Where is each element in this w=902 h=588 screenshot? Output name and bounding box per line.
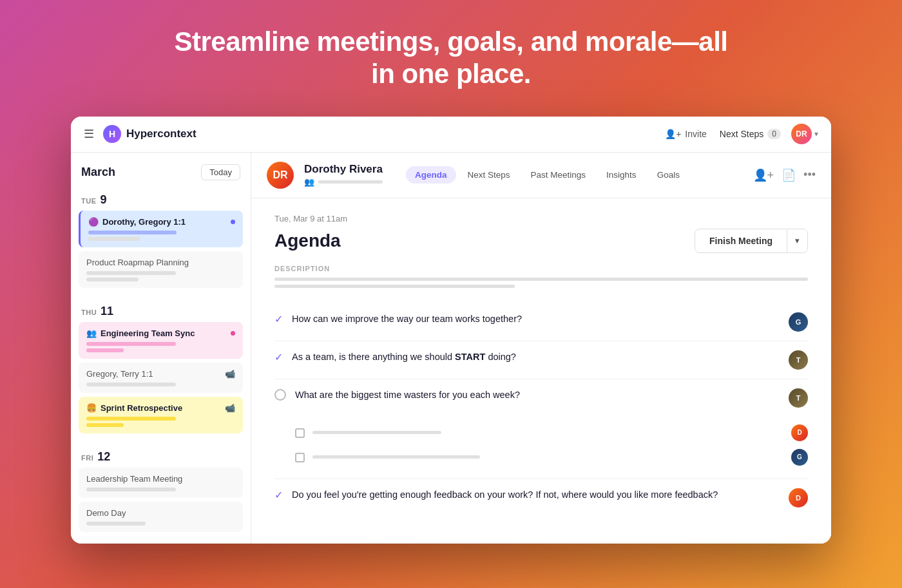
meeting-card-title: Gregory, Terry 1:1 📹 [86,369,235,379]
hamburger-icon[interactable]: ☰ [84,127,94,141]
meeting-card-dorothy-gregory[interactable]: 🟣 Dorothy, Gregory 1:1 [79,211,243,247]
agenda-item-avatar: D [789,488,808,507]
sidebar-month-header: March Today [71,153,251,188]
add-person-tab-icon[interactable]: 👤+ [753,168,774,182]
top-nav: ☰ H Hypercontext 👤+ Invite Next Steps 0 … [71,117,831,153]
meeting-card-product-roadmap[interactable]: Product Roapmap Planning [79,251,243,288]
tab-agenda[interactable]: Agenda [406,166,456,184]
meeting-card-sub [86,271,176,275]
nav-logo: H Hypercontext [103,125,197,143]
hero-title: Streamline meetings, goals, and morale—a… [161,26,741,91]
sidebar-month: March [81,166,115,179]
meeting-active-dot [231,220,235,224]
finish-meeting-btn-group: Finish Meeting ▾ [695,229,808,253]
checkbox-icon[interactable] [295,453,305,462]
nav-chevron-icon[interactable]: ▾ [814,129,818,138]
today-button[interactable]: Today [201,164,240,180]
agenda-item-text: How can we improve the way our team work… [292,312,780,325]
meeting-card-sub [86,342,176,346]
meeting-card-sub2 [86,348,124,352]
meeting-card-title: 👥 Engineering Team Sync [86,328,235,338]
meeting-emoji: 👥 [86,328,97,338]
meeting-name: Leadership Team Meeting [86,474,182,484]
tab-goals[interactable]: Goals [648,166,689,184]
description-label: DESCRIPTION [274,265,808,272]
meeting-name: Demo Day [86,508,126,518]
day-label-fri: FRI [81,454,93,462]
meeting-header: DR Dorothy Rivera 👥 Agenda Next Steps Pa… [251,153,831,198]
meeting-card-sub [88,231,177,234]
meeting-name: Engineering Team Sync [101,328,195,338]
sub-bar [312,455,480,459]
meeting-card-sub2 [86,423,124,427]
meeting-card-sub2 [86,278,139,281]
meeting-emoji: 🟣 [88,217,99,227]
video-icon: 📹 [225,369,235,379]
finish-meeting-button[interactable]: Finish Meeting [695,230,787,252]
meeting-person-name: Dorothy Rivera [304,163,383,176]
day-header-thu: THU 11 [79,299,243,322]
meeting-card-title: Demo Day [86,508,235,518]
more-options-icon[interactable]: ••• [803,168,816,182]
sub-item-2: G [295,445,808,469]
meeting-name: Product Roapmap Planning [86,258,189,267]
agenda-item-1[interactable]: ✓ How can we improve the way our team wo… [274,303,808,341]
agenda-title-row: Agenda Finish Meeting ▾ [274,229,808,253]
sub-item-avatar: G [791,449,808,466]
description-bars [274,278,808,288]
meeting-card-title: 🍔 Sprint Retrospective 📹 [86,403,235,413]
meeting-card-sub [86,383,176,386]
next-steps-badge: 0 [767,129,781,139]
tab-next-steps[interactable]: Next Steps [459,166,519,184]
agenda-item-text: What are the biggest time wasters for yo… [295,388,780,401]
finish-meeting-chevron[interactable]: ▾ [787,230,807,251]
meeting-card-engineering-team[interactable]: 👥 Engineering Team Sync [79,322,243,359]
day-label-thu: THU [81,308,97,316]
document-icon[interactable]: 📄 [782,168,796,182]
main-layout: March Today TUE 9 🟣 Dorothy, Gregory 1:1 [71,153,831,544]
tab-actions: 👤+ 📄 ••• [753,168,816,182]
nav-avatar[interactable]: DR [791,124,812,144]
meeting-card-sub2 [88,237,140,241]
checkmark-icon: ✓ [274,313,283,325]
logo-text: Hypercontext [126,128,197,140]
day-group-thu: THU 11 👥 Engineering Team Sync Gregory, … [71,299,251,445]
meeting-emoji: 🍔 [86,403,97,413]
day-number-fri: 12 [97,450,110,464]
agenda-item-4[interactable]: ✓ Do you feel you're getting enough feed… [274,479,808,517]
invite-button[interactable]: 👤+ Invite [665,129,707,139]
meeting-card-sub [86,522,146,526]
agenda-item-avatar: T [789,388,808,408]
meeting-card-title: Product Roapmap Planning [86,258,235,267]
meeting-card-demo-day[interactable]: Demo Day [79,502,243,532]
meeting-tabs: Agenda Next Steps Past Meetings Insights… [406,166,689,184]
day-number-tue: 9 [101,193,107,207]
day-header-tue: TUE 9 [79,188,243,211]
meeting-name: Sprint Retrospective [101,403,182,413]
agenda-subitems: D G [274,421,808,469]
meeting-card-sub [86,417,176,421]
day-group-fri: FRI 12 Leadership Team Meeting Demo Day [71,445,251,544]
meeting-avatar: DR [267,162,294,189]
meeting-card-sprint-retro[interactable]: 🍔 Sprint Retrospective 📹 [79,397,243,433]
agenda-item-avatar: G [789,312,808,332]
meeting-card-sub [86,488,176,491]
meeting-sub-line: 👥 [304,177,383,187]
app-window: ☰ H Hypercontext 👤+ Invite Next Steps 0 … [71,117,831,544]
tab-past-meetings[interactable]: Past Meetings [522,166,595,184]
meeting-active-dot [231,331,235,336]
sub-item-avatar: D [791,424,808,441]
desc-bar-1 [274,278,808,281]
tab-insights[interactable]: Insights [597,166,646,184]
circle-icon [274,389,286,401]
meeting-card-gregory-terry[interactable]: Gregory, Terry 1:1 📹 [79,363,243,393]
meeting-title-area: Dorothy Rivera 👥 [304,163,383,187]
agenda-item-3[interactable]: What are the biggest time wasters for yo… [274,379,808,479]
checkbox-icon[interactable] [295,428,305,438]
agenda-item-avatar: T [789,350,808,370]
agenda-title: Agenda [274,231,341,251]
meeting-card-leadership[interactable]: Leadership Team Meeting [79,468,243,498]
agenda-item-2[interactable]: ✓ As a team, is there anything we should… [274,341,808,379]
day-label-tue: TUE [81,197,97,205]
nav-next-steps-button[interactable]: Next Steps 0 [720,129,781,139]
